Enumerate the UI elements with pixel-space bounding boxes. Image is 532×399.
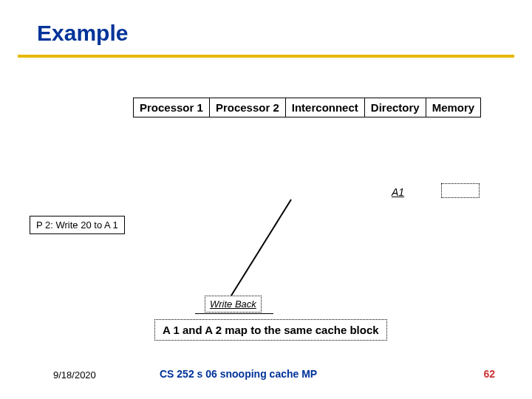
writeback-label: Write Back (205, 296, 262, 313)
timeline-header-table: Processor 1 Processor 2 Interconnect Dir… (133, 98, 481, 117)
writeback-underline (195, 313, 273, 314)
footer-date: 9/18/2020 (53, 369, 96, 381)
col-processor2: Processor 2 (209, 98, 285, 117)
directory-entry-a1: A1 (392, 186, 404, 198)
footer-page-number: 62 (483, 368, 495, 380)
col-processor1: Processor 1 (134, 98, 210, 117)
p2-action-box: P 2: Write 20 to A 1 (30, 216, 125, 234)
footer-course: CS 252 s 06 snooping cache MP (160, 368, 317, 380)
col-interconnect: Interconnect (285, 98, 364, 117)
title-underline (18, 55, 514, 58)
mapping-note: A 1 and A 2 map to the same cache block (154, 319, 387, 341)
svg-line-0 (231, 200, 291, 296)
memory-cell-placeholder (441, 183, 480, 198)
col-memory: Memory (426, 98, 481, 117)
slide-title: Example (37, 21, 128, 46)
col-directory: Directory (364, 98, 426, 117)
